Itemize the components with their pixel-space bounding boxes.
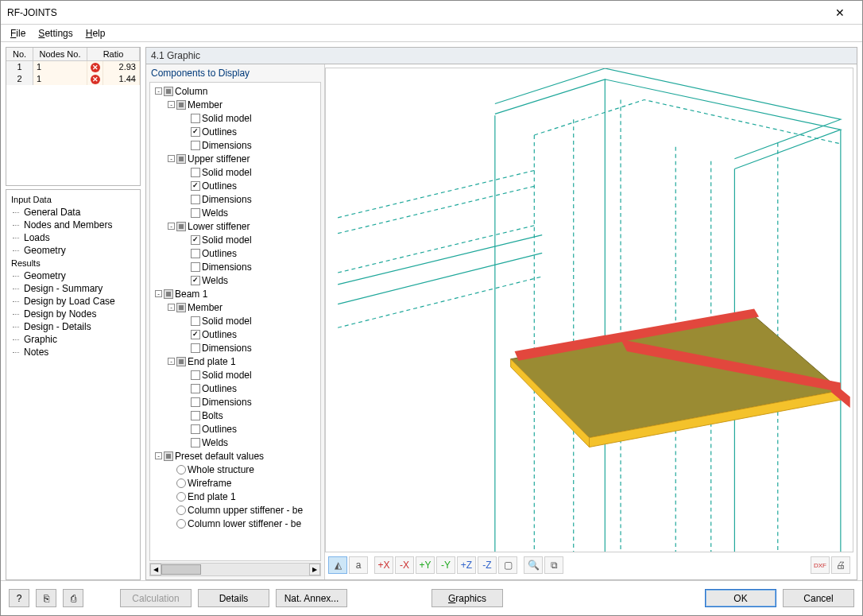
graphic-viewport[interactable] (325, 68, 853, 552)
view-zplus-button[interactable]: +Z (457, 556, 476, 574)
checkbox[interactable] (191, 316, 200, 326)
titlebar: RF-JOINTS ✕ (1, 1, 862, 25)
checkbox[interactable] (176, 154, 186, 164)
checkbox[interactable] (191, 424, 200, 434)
checkbox[interactable] (191, 397, 200, 407)
checkbox[interactable] (191, 249, 200, 258)
menu-file[interactable]: File (6, 26, 30, 41)
checkbox[interactable] (191, 127, 200, 137)
view-xminus-button[interactable]: -X (395, 556, 414, 574)
checkbox[interactable] (191, 114, 200, 123)
h-scrollbar[interactable]: ◀ ▶ (149, 563, 321, 576)
radio[interactable] (176, 465, 186, 475)
tool-icon: ⎙ (71, 593, 76, 604)
checkbox[interactable] (176, 222, 186, 231)
checkbox[interactable] (191, 181, 200, 191)
nav-input-item[interactable]: General Data (8, 206, 138, 219)
nav-results-item[interactable]: Design by Load Case (8, 295, 138, 308)
view-xplus-button[interactable]: +X (374, 556, 393, 574)
nav-head-results: Results (8, 257, 138, 269)
nav-results-item[interactable]: Design - Details (8, 320, 138, 333)
checkbox[interactable] (191, 370, 200, 380)
nav-results-item[interactable]: Graphic (8, 333, 138, 346)
col-nodes[interactable]: Nodes No. (33, 48, 87, 60)
checkbox[interactable] (191, 343, 200, 353)
scroll-right-icon[interactable]: ▶ (309, 564, 320, 575)
box-icon: ▢ (504, 560, 513, 571)
checkbox[interactable] (191, 195, 200, 204)
toggle-icon[interactable]: - (155, 87, 162, 95)
view-yminus-button[interactable]: -Y (436, 556, 455, 574)
tool1-button[interactable]: ⎘ (36, 589, 56, 607)
checkbox[interactable] (191, 208, 200, 218)
checkbox[interactable] (191, 276, 200, 285)
toggle-icon[interactable]: - (168, 223, 175, 230)
calculation-button[interactable]: Calculation (120, 589, 192, 607)
nav-input-item[interactable]: Nodes and Members (8, 219, 138, 231)
cancel-button[interactable]: Cancel (783, 589, 854, 607)
checkbox[interactable] (191, 235, 200, 245)
checkbox[interactable] (164, 451, 173, 461)
checkbox[interactable] (191, 438, 200, 447)
view-zminus-button[interactable]: -Z (478, 556, 497, 574)
toggle-icon[interactable]: - (168, 155, 175, 162)
toggle-icon[interactable]: - (155, 452, 162, 459)
print-button[interactable]: 🖨 (831, 556, 850, 574)
radio[interactable] (176, 506, 186, 515)
checkbox[interactable] (176, 357, 186, 366)
nav-results-item[interactable]: Geometry (8, 269, 138, 282)
radio[interactable] (176, 478, 186, 488)
toggle-icon[interactable]: - (168, 101, 175, 108)
dxf-export-button[interactable]: DXF (811, 556, 830, 574)
right-panel-title: 4.1 Graphic (146, 48, 857, 64)
ok-button[interactable]: OK (705, 589, 776, 607)
toggle-icon[interactable]: - (168, 304, 175, 311)
menu-settings[interactable]: Settings (33, 26, 77, 41)
checkbox[interactable] (164, 87, 173, 96)
nav-head-input: Input Data (8, 193, 138, 206)
layers-icon: ⧉ (551, 560, 558, 571)
checkbox[interactable] (191, 141, 200, 150)
view-box-button[interactable]: ▢ (498, 556, 517, 574)
details-button[interactable]: Details (198, 589, 269, 607)
nav-input-item[interactable]: Loads (8, 231, 138, 244)
nav-results-item[interactable]: Design - Summary (8, 282, 138, 295)
view-yplus-button[interactable]: +Y (416, 556, 435, 574)
grid-row[interactable]: 2 1 ✕ 1.44 (6, 73, 140, 85)
nav-results-item[interactable]: Notes (8, 346, 138, 358)
menu-help[interactable]: Help (81, 26, 110, 41)
layers-button[interactable]: ⧉ (544, 556, 563, 574)
col-ratio[interactable]: Ratio (87, 48, 140, 60)
toggle-icon[interactable]: - (155, 290, 162, 297)
graphics-button[interactable]: Graphics (432, 589, 503, 607)
view-iso-button[interactable]: ◭ (328, 556, 347, 574)
view-dim-button[interactable]: a (349, 556, 368, 574)
radio[interactable] (176, 519, 186, 529)
checkbox[interactable] (191, 384, 200, 393)
grid-row[interactable]: 1 1 ✕ 2.93 (6, 61, 140, 73)
checkbox[interactable] (191, 411, 200, 420)
nat-annex-button[interactable]: Nat. Annex... (276, 589, 347, 607)
nav-results-item[interactable]: Design by Nodes (8, 308, 138, 320)
col-no[interactable]: No. (6, 48, 33, 60)
menubar: File Settings Help (1, 25, 862, 42)
checkbox[interactable] (191, 330, 200, 339)
zoom-button[interactable]: 🔍 (524, 556, 543, 574)
printer-icon: 🖨 (836, 560, 846, 571)
close-button[interactable]: ✕ (824, 1, 856, 24)
checkbox[interactable] (176, 303, 186, 312)
radio[interactable] (176, 492, 186, 502)
components-panel: Components to Display -Column -Member So… (146, 64, 325, 579)
help-button[interactable]: ? (9, 589, 29, 607)
checkbox[interactable] (191, 262, 200, 272)
scroll-thumb[interactable] (161, 564, 201, 575)
checkbox[interactable] (164, 289, 173, 299)
checkbox[interactable] (191, 168, 200, 177)
scroll-left-icon[interactable]: ◀ (150, 564, 161, 575)
tool2-button[interactable]: ⎙ (63, 589, 83, 607)
navigator: Input Data General Data Nodes and Member… (6, 189, 141, 580)
nav-input-item[interactable]: Geometry (8, 244, 138, 257)
checkbox[interactable] (176, 100, 186, 110)
toggle-icon[interactable]: - (168, 358, 175, 365)
components-tree[interactable]: -Column -Member Solid model Outlines Dim… (149, 82, 321, 561)
